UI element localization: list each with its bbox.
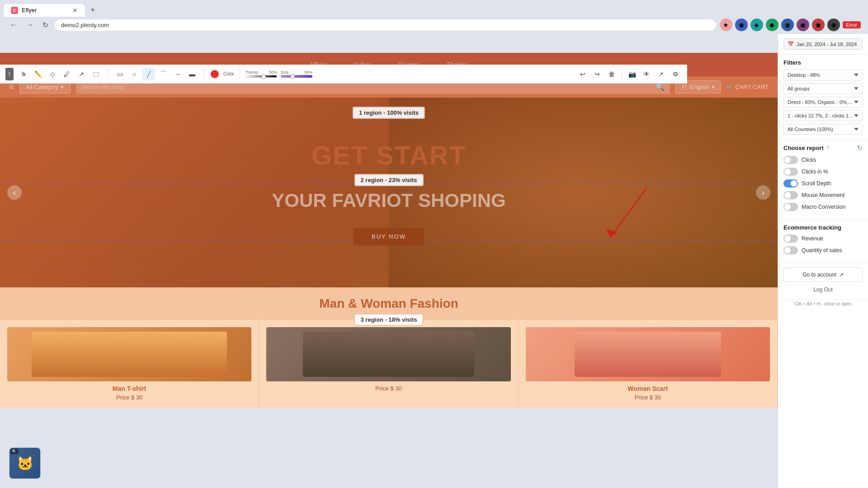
clicks-label: Clicks (802, 157, 816, 163)
search-button[interactable]: 🔍 (656, 83, 665, 91)
revenue-label: Revenue (802, 235, 823, 242)
product-img-3 (526, 327, 770, 381)
browser-icon-7[interactable]: ◉ (812, 19, 825, 31)
macro-toggle[interactable] (783, 203, 798, 211)
camera-button[interactable]: 📷 (626, 68, 638, 80)
transparency-slider[interactable] (245, 75, 277, 78)
quantity-toggle[interactable] (783, 246, 798, 254)
annotation-toolbar: ⣿ 🖱 ✏️ ◇ 🖊 ↗ ⬚ ▭ ○ ╱ ⌒ ⌣ ▬ (0, 65, 687, 84)
go-to-account-button[interactable]: Go to account ↗ (783, 267, 863, 282)
reload-button[interactable]: ↻ (40, 19, 51, 31)
country-filter[interactable]: All Countries (100%) (783, 124, 863, 135)
hero-prev-button[interactable]: ‹ (7, 185, 22, 200)
browser-icon-3[interactable]: ◈ (750, 19, 763, 31)
browser-icon-1[interactable]: ★ (720, 19, 732, 31)
undo-button[interactable]: ↩ (576, 68, 589, 80)
report-item-revenue: Revenue (783, 235, 863, 243)
scroll-label: Scroll Depth (802, 180, 831, 187)
rect-rounded-tool[interactable]: ▬ (186, 68, 198, 80)
tool-group-shapes: ▭ ○ ╱ ⌒ ⌣ ▬ (113, 68, 198, 80)
settings-button[interactable]: ⚙ (669, 68, 682, 80)
curve-left-tool[interactable]: ⌒ (157, 68, 170, 80)
revenue-toggle[interactable] (783, 235, 798, 243)
category-arrow: ▾ (61, 84, 64, 90)
forward-button[interactable]: → (24, 19, 36, 31)
browser-icon-6[interactable]: ◉ (797, 19, 809, 31)
tab-close-button[interactable]: ✕ (72, 7, 78, 14)
active-tab[interactable]: E Eflyer ✕ (4, 4, 85, 17)
tab-title: Eflyer (22, 7, 69, 14)
source-filter[interactable]: Direct - 83%, Organic - 0%,... (783, 97, 863, 108)
color-picker[interactable] (210, 69, 220, 79)
browser-icon-5[interactable]: ◉ (781, 19, 794, 31)
search-input[interactable] (81, 84, 655, 90)
browser-actions: ★ ◉ ◈ ◆ ◉ ◉ ◉ ◉ Error (720, 19, 861, 31)
hero-next-button[interactable]: › (756, 185, 770, 200)
arrow-tool[interactable]: ↗ (75, 68, 88, 80)
hero-text: GET START 2 region - 23% visits YOUR FAV… (272, 140, 505, 245)
choose-report-title: Choose report (783, 145, 824, 151)
rect-tool[interactable]: ▭ (113, 68, 126, 80)
back-button[interactable]: ← (7, 19, 20, 31)
region-1-text: 1 region - 100% visits (359, 109, 419, 116)
curve-right-tool[interactable]: ⌣ (171, 68, 184, 80)
mouse-toggle[interactable] (783, 191, 798, 199)
ann-right-controls: ↩ ↪ 🗑 📷 👁 ↗ ⚙ (576, 68, 682, 80)
product-img-1 (7, 327, 251, 381)
transp-thumb[interactable] (261, 75, 266, 79)
size-slider[interactable] (281, 75, 312, 78)
product-name-3: Woman Scart (526, 385, 770, 392)
browser-icon-4[interactable]: ◆ (766, 19, 778, 31)
size-thumb[interactable] (290, 74, 295, 79)
cart-button[interactable]: 🛒 CART CART (726, 84, 769, 90)
help-icon[interactable]: ? (826, 145, 829, 150)
scroll-toggle[interactable] (783, 179, 798, 188)
highlight-tool[interactable]: 🖊 (61, 68, 73, 80)
product-card-2: Price $ 30 (259, 320, 518, 408)
language-label: English (690, 84, 709, 90)
circle-tool[interactable]: ○ (128, 68, 141, 80)
share-button[interactable]: ↗ (655, 68, 667, 80)
hint-text: Ctrl + Alt + H - close or open (778, 300, 868, 308)
website-content: Eflyer Cyber Cinema Thanks ≡ All Categor… (0, 53, 778, 488)
clicks-pct-label: Clicks in % (802, 169, 828, 175)
size-label: Size (281, 70, 289, 75)
product-card-3: Woman Scart Price $ 30 (519, 320, 778, 408)
error-badge[interactable]: Error (843, 21, 861, 28)
address-bar[interactable]: demo2.plerdy.com (55, 19, 716, 31)
browser-icon-8[interactable]: ◉ (827, 19, 840, 31)
line-tool[interactable]: ╱ (142, 68, 155, 80)
cursor-tool[interactable]: 🖱 (17, 68, 30, 80)
browser-icon-2[interactable]: ◉ (735, 19, 748, 31)
filters-section: Filters Desktop - 88% All groups Direct … (778, 55, 868, 140)
hero-title: GET START (272, 140, 505, 170)
clicks-filter[interactable]: 1 - clicks 22.7%, 2 - clicks 1... (783, 110, 863, 121)
hide-button[interactable]: 👁 (640, 68, 653, 80)
clicks-pct-toggle[interactable] (783, 168, 798, 176)
region-badge-2: 2 region - 23% visits (354, 174, 424, 186)
delete-button[interactable]: 🗑 (605, 68, 618, 80)
product-card-1: Man T-shirt Price $ 30 (0, 320, 259, 408)
log-out-button[interactable]: Log Out (783, 285, 863, 295)
date-range-picker[interactable]: 📅 Jan 20, 2024 - Jul 18, 2024 (783, 38, 863, 50)
pen-tool[interactable]: ✏️ (32, 68, 44, 80)
tab-favicon: E (11, 7, 18, 14)
clicks-toggle[interactable] (783, 156, 798, 164)
device-filter[interactable]: Desktop - 88% (783, 70, 863, 80)
report-item-mouse: Mouse Movement (783, 191, 863, 199)
redo-button[interactable]: ↪ (591, 68, 604, 80)
transparency-control: Transp. 50% (245, 70, 277, 78)
hamburger-menu[interactable]: ≡ (9, 82, 14, 92)
shape-tool[interactable]: ◇ (46, 68, 59, 80)
cat-widget[interactable]: 🐱 🔍 (9, 447, 41, 479)
new-tab-button[interactable]: + (87, 4, 99, 17)
refresh-icon[interactable]: ↻ (857, 144, 863, 151)
hero-cta-button[interactable]: BUY NOW (354, 228, 424, 245)
lang-arrow: ▾ (712, 84, 715, 90)
groups-filter[interactable]: All groups (783, 83, 863, 94)
drag-handle[interactable]: ⣿ (5, 68, 14, 80)
transp-label: Transp. (245, 70, 259, 75)
go-to-account-label: Go to account (802, 272, 836, 278)
frame-tool[interactable]: ⬚ (90, 68, 102, 80)
report-item-clicks-pct: Clicks in % (783, 168, 863, 176)
